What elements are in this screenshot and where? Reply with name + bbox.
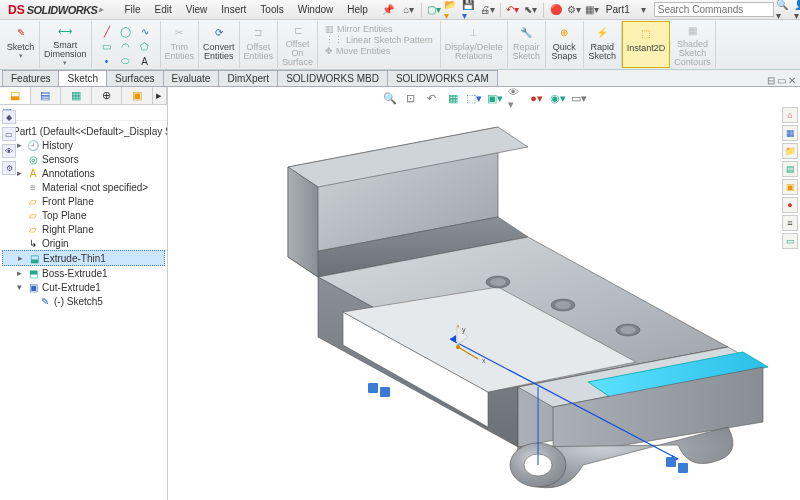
tab-mbd[interactable]: SOLIDWORKS MBD [277,70,388,86]
search-dropdown-icon[interactable]: 🔍▾ [776,2,792,18]
ellipse-icon[interactable]: ⬭ [117,54,135,68]
print-icon[interactable]: 🖨▾ [480,2,496,18]
save-icon[interactable]: 💾▾ [462,2,478,18]
rapid-sketch-button[interactable]: ⚡ Rapid Sketch [584,21,622,68]
svg-rect-29 [380,387,390,397]
tab-features[interactable]: Features [2,70,59,86]
expand-tab-icon[interactable]: ▸ [153,87,167,104]
doc-dropdown-icon[interactable]: ▾ [636,2,652,18]
undo-icon[interactable]: ↶▾ [505,2,521,18]
menu-insert[interactable]: Insert [214,1,253,18]
repair-sketch-button[interactable]: 🔧 Repair Sketch [508,21,546,68]
rebuild-icon[interactable]: 🔴 [548,2,564,18]
move-entities-button[interactable]: ✥Move Entities [325,46,433,56]
linear-pattern-button[interactable]: ⋮⋮Linear Sketch Pattern [325,35,433,45]
tree-annotations[interactable]: ▸AAnnotations [2,166,165,180]
graphics-viewport[interactable]: 🔍 ⊡ ↶ ▦ ⬚▾ ▣▾ 👁▾ ●▾ ◉▾ ▭▾ ⌂ ▦ 📁 ▤ ▣ ● ≡ … [168,87,800,500]
mirror-entities-button[interactable]: ▥Mirror Entities [325,24,433,34]
menu-pin-icon[interactable]: 📌 [375,1,401,18]
offset-entities-button[interactable]: ⊐ Offset Entities [240,21,279,68]
rail-hide-icon[interactable]: 👁 [2,144,16,158]
relations-icon: ⊥ [464,22,484,42]
tree-sensors[interactable]: ◎Sensors [2,152,165,166]
line-icon[interactable]: ╱ [98,24,116,38]
plane-icon: ▱ [27,209,39,221]
property-manager-tab[interactable]: ▤ [31,87,62,104]
tree-cut-extrude1[interactable]: ▾▣Cut-Extrude1 [2,280,165,294]
rail-config-icon[interactable]: ⚙ [2,161,16,175]
trim-entities-button[interactable]: ✂ Trim Entities [161,21,200,68]
tree-sketch5[interactable]: ✎(-) Sketch5 [2,294,165,308]
tab-sketch[interactable]: Sketch [58,70,107,86]
tree-material[interactable]: ≡Material <not specified> [2,180,165,194]
offset-on-surface-button[interactable]: ⊏ Offset On Surface [278,21,318,68]
point-icon[interactable]: • [98,54,116,68]
display-tab[interactable]: ▣ [122,87,153,104]
linear-pattern-icon: ⋮⋮ [325,35,343,45]
menu-edit[interactable]: Edit [148,1,179,18]
rapid-icon: ⚡ [592,22,612,42]
rail-part-icon[interactable]: ▭ [2,127,16,141]
instant2d-button[interactable]: ⬚ Instant2D [622,21,671,68]
tab-surfaces[interactable]: Surfaces [106,70,163,86]
smart-dimension-button[interactable]: ⟷ Smart Dimension ▾ [40,21,92,68]
ds-logo-text: DS [8,3,25,17]
tab-dimxpert[interactable]: DimXpert [218,70,278,86]
display-delete-relations-button[interactable]: ⊥ Display/Delete Relations [441,21,508,68]
doc-close-icon[interactable]: ✕ [788,75,796,86]
boss-icon: ⬒ [27,267,39,279]
shaded-sketch-button[interactable]: ▦ Shaded Sketch Contours [670,21,716,68]
rect-icon[interactable]: ▭ [98,39,116,53]
layers-icon[interactable]: ▦▾ [584,2,600,18]
menu-file[interactable]: File [117,1,147,18]
menu-tools[interactable]: Tools [253,1,290,18]
tree-history[interactable]: ▸🕘History [2,138,165,152]
options-icon[interactable]: ⚙▾ [566,2,582,18]
feature-tree-tab[interactable]: ⬓ [0,87,31,104]
svg-point-26 [456,345,460,349]
doc-min-icon[interactable]: ⊟ [767,75,775,86]
polygon-icon[interactable]: ⬠ [136,39,154,53]
doc-max-icon[interactable]: ▭ [777,75,786,86]
svg-text:y: y [462,326,466,334]
sketch-button[interactable]: ✎ Sketch ▾ [2,21,40,68]
tree-root[interactable]: ◆Part1 (Default<<Default>_Display Sta [2,124,165,138]
rail-assembly-icon[interactable]: ◆ [2,110,16,124]
open-icon[interactable]: 📂▾ [444,2,460,18]
origin-icon: ↳ [27,237,39,249]
repair-icon: 🔧 [516,22,536,42]
tree-top-plane[interactable]: ▱Top Plane [2,208,165,222]
dimxpert-tab[interactable]: ⊕ [92,87,123,104]
arc-icon[interactable]: ◠ [117,39,135,53]
plane-icon: ▱ [27,195,39,207]
user-icon[interactable]: 👤▾ [794,2,800,18]
configuration-tab[interactable]: ▦ [61,87,92,104]
tab-cam[interactable]: SOLIDWORKS CAM [387,70,498,86]
plane-icon: ▱ [27,223,39,235]
menu-window[interactable]: Window [291,1,341,18]
circle-icon[interactable]: ◯ [117,24,135,38]
mirror-icon: ▥ [325,24,334,34]
instant2d-icon: ⬚ [636,23,656,43]
tree-origin[interactable]: ↳Origin [2,236,165,250]
tree-front-plane[interactable]: ▱Front Plane [2,194,165,208]
sketch-entities-group: ╱ ◯ ∿ ▭ ◠ ⬠ • ⬭ A [92,21,161,68]
feature-manager-panel: ⬓ ▤ ▦ ⊕ ▣ ▸ ▽ ◆Part1 (Default<<Default>_… [0,87,168,500]
home-icon[interactable]: ⌂▾ [401,2,417,18]
trim-icon: ✂ [169,22,189,42]
menu-view[interactable]: View [179,1,215,18]
text-icon[interactable]: A [136,54,154,68]
solidworks-logo-text: SOLIDWORKS [27,4,98,16]
new-doc-icon[interactable]: ▢▾ [426,2,442,18]
menu-help[interactable]: Help [340,1,375,18]
offset-icon: ⊐ [248,22,268,42]
tree-boss-extrude1[interactable]: ▸⬒Boss-Extrude1 [2,266,165,280]
spline-icon[interactable]: ∿ [136,24,154,38]
tree-right-plane[interactable]: ▱Right Plane [2,222,165,236]
tree-extrude-thin1[interactable]: ▸⬓Extrude-Thin1 [2,250,165,266]
quick-snaps-button[interactable]: ⊕ Quick Snaps [546,21,584,68]
search-commands-input[interactable] [654,2,774,17]
select-icon[interactable]: ⬉▾ [523,2,539,18]
convert-entities-button[interactable]: ⟳ Convert Entities [199,21,240,68]
tab-evaluate[interactable]: Evaluate [163,70,220,86]
